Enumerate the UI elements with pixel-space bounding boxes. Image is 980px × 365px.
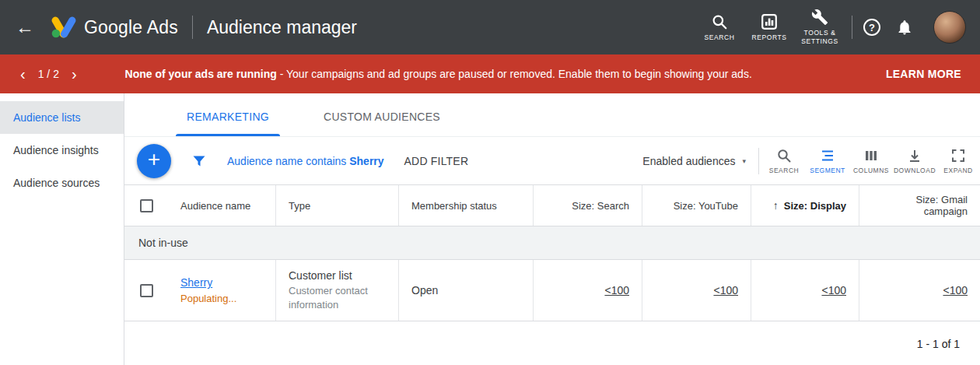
header-size-search[interactable]: Size: Search	[534, 185, 642, 226]
table-header-row: Audience name Type Membership status Siz…	[124, 185, 980, 226]
nav-search-label: SEARCH	[704, 33, 734, 42]
reports-icon	[761, 13, 778, 30]
banner-message: None of your ads are running - Your camp…	[125, 68, 752, 80]
cell-membership-status: Open	[399, 260, 534, 321]
header-size-display[interactable]: ↑ Size: Display	[751, 185, 859, 226]
toolbar-separator	[758, 148, 759, 174]
topbar: ← Google Ads Audience manager SEARCH REP…	[0, 0, 980, 54]
size-youtube-value[interactable]: <100	[713, 284, 738, 297]
select-all-checkbox[interactable]	[124, 185, 168, 226]
sidebar-item-audience-insights[interactable]: Audience insights	[0, 134, 124, 167]
cell-type: Customer list Customer contact informati…	[276, 260, 399, 321]
tab-remarketing[interactable]: REMARKETING	[187, 111, 269, 136]
google-ads-logo[interactable]: Google Ads	[51, 16, 178, 38]
topbar-divider	[192, 16, 193, 39]
plus-icon: +	[148, 149, 160, 170]
type-sub: Customer contact information	[289, 284, 386, 311]
row-checkbox[interactable]	[124, 260, 168, 321]
size-gmail-value[interactable]: <100	[943, 284, 968, 297]
checkbox-icon	[140, 199, 153, 212]
columns-icon	[863, 148, 879, 163]
filter-chip-value: Sherry	[349, 155, 383, 167]
active-filter-chip[interactable]: Audience name contains Sherry	[227, 155, 384, 167]
expand-button[interactable]: EXPAND	[936, 145, 980, 177]
audience-status-dropdown[interactable]: Enabled audiences ▾	[642, 155, 746, 167]
tab-bar: REMARKETING CUSTOM AUDIENCES	[124, 93, 980, 137]
tab-custom-audiences[interactable]: CUSTOM AUDIENCES	[324, 111, 440, 136]
page-title: Audience manager	[207, 17, 357, 38]
nav-tools-settings-button[interactable]: TOOLS & SETTINGS	[794, 5, 845, 48]
alert-banner: ‹ 1 / 2 › None of your ads are running -…	[0, 54, 980, 93]
header-type[interactable]: Type	[276, 185, 399, 226]
segment-button[interactable]: SEGMENT	[806, 145, 849, 177]
columns-label: COLUMNS	[853, 167, 889, 174]
checkbox-icon	[140, 284, 153, 297]
populating-status: Populating...	[180, 293, 263, 304]
cell-size-youtube: <100	[642, 260, 751, 321]
add-audience-button[interactable]: +	[137, 144, 171, 178]
filter-icon[interactable]	[191, 153, 207, 169]
table-row: Sherry Populating... Customer list Custo…	[124, 260, 980, 321]
topbar-separator	[852, 16, 852, 39]
cell-size-gmail: <100	[859, 260, 980, 321]
search-icon	[776, 148, 792, 163]
back-arrow-icon[interactable]: ←	[16, 18, 34, 37]
notifications-bell-icon[interactable]	[896, 19, 913, 36]
dropdown-value: Enabled audiences	[642, 155, 735, 167]
nav-reports-label: REPORTS	[751, 33, 786, 42]
sidebar-item-audience-lists[interactable]: Audience lists	[0, 101, 124, 134]
sort-up-icon: ↑	[773, 199, 779, 212]
banner-pager: ‹ 1 / 2 ›	[0, 66, 99, 82]
group-row-not-in-use: Not in-use	[124, 226, 980, 260]
banner-page-count: 1 / 2	[38, 68, 59, 80]
filter-chip-text: Audience name contains	[227, 155, 349, 167]
banner-next-icon[interactable]: ›	[72, 66, 77, 82]
size-search-value[interactable]: <100	[604, 284, 629, 297]
segment-label: SEGMENT	[810, 167, 845, 174]
table-search-label: SEARCH	[769, 167, 799, 174]
expand-label: EXPAND	[943, 167, 972, 174]
help-icon[interactable]: ?	[863, 19, 880, 36]
header-size-gmail[interactable]: Size: Gmail campaign	[859, 185, 980, 226]
google-ads-logo-icon	[51, 16, 76, 38]
header-audience-name[interactable]: Audience name	[168, 185, 276, 226]
chevron-down-icon: ▾	[742, 157, 746, 165]
learn-more-button[interactable]: LEARN MORE	[886, 68, 961, 80]
size-display-value[interactable]: <100	[821, 284, 846, 297]
header-membership-status[interactable]: Membership status	[399, 185, 534, 226]
nav-tools-settings-label: TOOLS & SETTINGS	[794, 29, 845, 45]
nav-search-button[interactable]: SEARCH	[695, 10, 744, 45]
search-icon	[711, 13, 728, 30]
add-filter-button[interactable]: ADD FILTER	[404, 155, 469, 167]
header-size-display-label: Size: Display	[784, 200, 846, 212]
expand-icon	[950, 148, 966, 163]
membership-value: Open	[411, 284, 520, 297]
segment-icon	[820, 148, 835, 163]
wrench-icon	[811, 9, 828, 26]
banner-prev-icon[interactable]: ‹	[20, 66, 26, 82]
toolbar: + Audience name contains Sherry ADD FILT…	[124, 137, 980, 185]
pagination-label: 1 - 1 of 1	[917, 338, 960, 350]
nav-reports-button[interactable]: REPORTS	[744, 10, 794, 45]
cell-audience-name: Sherry Populating...	[168, 260, 276, 321]
cell-size-search: <100	[534, 260, 642, 321]
table-search-button[interactable]: SEARCH	[762, 145, 806, 177]
sidebar: Audience lists Audience insights Audienc…	[0, 93, 124, 365]
brand-text: Google Ads	[84, 17, 178, 38]
download-icon	[907, 148, 922, 163]
table-footer: 1 - 1 of 1	[124, 321, 980, 365]
banner-message-rest: - Your campaigns and ad groups are pause…	[277, 68, 752, 80]
audience-name-link[interactable]: Sherry	[180, 276, 263, 289]
cell-size-display: <100	[751, 260, 859, 321]
type-main: Customer list	[289, 269, 386, 282]
download-button[interactable]: DOWNLOAD	[893, 145, 936, 177]
banner-message-bold: None of your ads are running	[125, 68, 277, 80]
header-size-youtube[interactable]: Size: YouTube	[642, 185, 751, 226]
download-label: DOWNLOAD	[894, 167, 936, 174]
sidebar-item-audience-sources[interactable]: Audience sources	[0, 167, 124, 199]
columns-button[interactable]: COLUMNS	[849, 145, 893, 177]
user-avatar[interactable]	[933, 11, 966, 44]
